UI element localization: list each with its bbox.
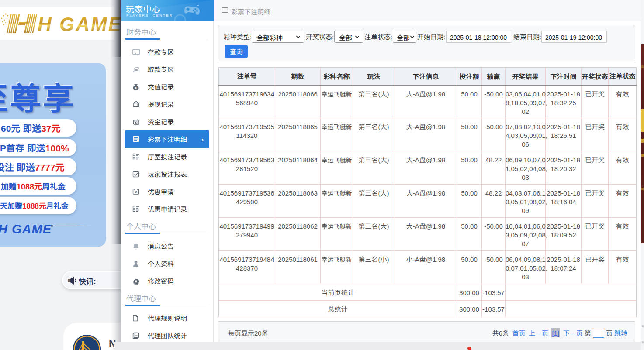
svg-text:H GAME: H GAME bbox=[38, 14, 122, 35]
svg-text:¥: ¥ bbox=[135, 85, 137, 90]
svg-text:¥: ¥ bbox=[135, 189, 137, 194]
